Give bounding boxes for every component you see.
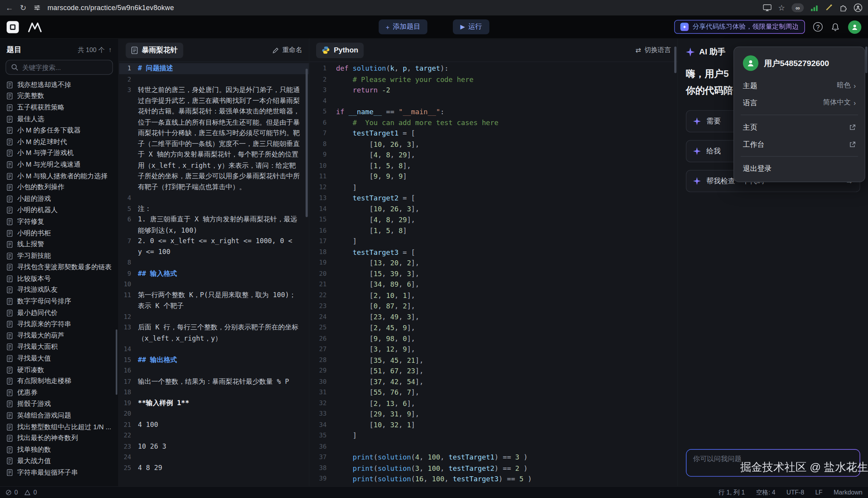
wand-extension-icon[interactable]: [825, 4, 833, 12]
code-line[interactable]: 12 ]: [310, 182, 678, 193]
code-line[interactable]: 7 testTarget1 = [: [310, 128, 678, 139]
sidebar-item[interactable]: 字符串最短循环子串: [0, 467, 118, 478]
browser-profile-icon[interactable]: [854, 3, 863, 12]
markdown-line[interactable]: 15## 输出格式: [119, 355, 309, 366]
marscode-logo[interactable]: [26, 21, 43, 33]
sidebar-item[interactable]: 我亦想逃却逃不掉: [0, 79, 118, 91]
rename-button[interactable]: 重命名: [272, 45, 302, 55]
code-line[interactable]: 4: [310, 96, 678, 106]
markdown-line[interactable]: 2310 26 3: [119, 441, 309, 452]
indent-setting[interactable]: 空格: 4: [756, 488, 775, 496]
code-line[interactable]: 39 print(solution(16, 100, testTarget3) …: [310, 474, 678, 484]
stats-extension-icon[interactable]: [811, 4, 818, 12]
sidebar-item[interactable]: 完美整数: [0, 91, 118, 102]
markdown-line[interactable]: 1# 问题描述: [119, 63, 309, 74]
eol-setting[interactable]: LF: [815, 489, 823, 496]
search-input[interactable]: [22, 63, 108, 71]
switch-language-button[interactable]: ⇄ 切换语言: [635, 45, 671, 55]
sidebar-item[interactable]: 字符修复: [0, 216, 118, 227]
menu-item-workspace[interactable]: 工作台: [738, 136, 860, 153]
extensions-puzzle-icon[interactable]: [839, 4, 847, 12]
sidebar-item[interactable]: 小 M 与光明之魂速通: [0, 159, 118, 170]
markdown-line[interactable]: 14: [119, 344, 309, 355]
run-button[interactable]: ▶ 运行: [453, 19, 489, 34]
code-line[interactable]: 16 [1, 5, 8]: [310, 225, 678, 236]
code-line[interactable]: 6 # You can add more test cases here: [310, 117, 678, 128]
code-line[interactable]: 31 [55, 76, 7],: [310, 387, 678, 398]
sidebar-item[interactable]: 线上报警: [0, 239, 118, 250]
code-line[interactable]: 20 [15, 39, 3],: [310, 268, 678, 279]
code-line[interactable]: 19 [13, 20, 2],: [310, 258, 678, 268]
markdown-line[interactable]: 11第一行两个整数 K，P(只是用来取整，取为 100)；表示 K 个靶子: [119, 290, 309, 312]
sidebar-item[interactable]: 学习新技能: [0, 250, 118, 261]
markdown-line[interactable]: 10: [119, 279, 309, 290]
sidebar-item[interactable]: 寻找最大值: [0, 353, 118, 364]
problems-indicator[interactable]: 0 0: [5, 489, 41, 496]
code-line[interactable]: 5if __name__ == "__main__":: [310, 106, 678, 117]
url-bar[interactable]: marscode.cn/practice/5w9n6k1ev8okwe: [47, 4, 174, 12]
search-box[interactable]: [5, 60, 113, 75]
menu-item-language[interactable]: 语言 简体中文›: [738, 94, 860, 111]
code-line[interactable]: 35 ]: [310, 430, 678, 441]
app-icon[interactable]: [7, 21, 19, 33]
code-line[interactable]: 18 testTarget3 = [: [310, 247, 678, 258]
infinity-badge-icon[interactable]: ∞: [792, 3, 804, 12]
sidebar-scrollbar[interactable]: [116, 329, 117, 395]
sidebar-item[interactable]: 小 M 的多任务下载器: [0, 125, 118, 136]
sidebar-item[interactable]: 寻找最大面积: [0, 341, 118, 353]
code-line[interactable]: 1def solution(k, p, target):: [310, 63, 678, 74]
back-icon[interactable]: ←: [5, 4, 13, 12]
sidebar-item[interactable]: 寻找游戏队友: [0, 284, 118, 296]
user-avatar[interactable]: [848, 20, 861, 33]
markdown-line[interactable]: 9## 输入格式: [119, 268, 309, 279]
site-settings-icon[interactable]: [33, 4, 41, 12]
markdown-line[interactable]: 17输出一个整数，结果为：暴雨梨花针最少数量 % P: [119, 376, 309, 387]
sidebar-item[interactable]: 硬币凑数: [0, 364, 118, 376]
code-line[interactable]: 22 [2, 10, 1],: [310, 290, 678, 301]
encoding-setting[interactable]: UTF-8: [786, 489, 804, 496]
problem-tab[interactable]: 暴雨梨花针: [126, 42, 183, 58]
code-line[interactable]: 13 testTarget2 = [: [310, 193, 678, 204]
sidebar-item[interactable]: 小明的机器人: [0, 205, 118, 216]
code-line[interactable]: 17 ]: [310, 236, 678, 247]
sidebar-item[interactable]: 有点限制地走楼梯: [0, 376, 118, 387]
code-line[interactable]: 32 [2, 13, 6],: [310, 398, 678, 409]
sidebar-item[interactable]: 找单独的数: [0, 444, 118, 455]
markdown-line[interactable]: 20: [119, 409, 309, 420]
code-line[interactable]: 26 [9, 98, 0],: [310, 333, 678, 344]
sidebar-item[interactable]: 优惠券: [0, 387, 118, 398]
markdown-line[interactable]: 8: [119, 258, 309, 268]
sidebar-item[interactable]: 小超的游戏: [0, 193, 118, 204]
sidebar-item[interactable]: 小 M 的足球时代: [0, 136, 118, 148]
code-line[interactable]: 10 [1, 5, 8],: [310, 160, 678, 171]
markdown-line[interactable]: 12: [119, 312, 309, 322]
markdown-line[interactable]: 24: [119, 452, 309, 463]
sidebar-item[interactable]: 英雄组合游戏问题: [0, 410, 118, 421]
markdown-line[interactable]: 13后面 K 行，每行三个整数，分别表示靶子所在的坐标（x_left，x_rig…: [119, 322, 309, 344]
code-line[interactable]: 29 [51, 67, 23],: [310, 366, 678, 376]
code-line[interactable]: 14 [10, 26, 3],: [310, 204, 678, 214]
markdown-line[interactable]: 3转世之前的唐三，身处唐门。因为是外门弟子，只能通过自学提升武艺，唐三在藏书阁找…: [119, 85, 309, 193]
sidebar-item[interactable]: 小 M 与弹子游戏机: [0, 148, 118, 159]
menu-item-home[interactable]: 主页: [738, 118, 860, 136]
markdown-line[interactable]: 5注：: [119, 204, 309, 214]
code-line[interactable]: 15 [4, 8, 29],: [310, 214, 678, 225]
code-line[interactable]: 8 [10, 26, 3],: [310, 139, 678, 150]
menu-item-theme[interactable]: 主题 暗色›: [738, 77, 860, 94]
sidebar-item[interactable]: 比较版本号: [0, 273, 118, 284]
refresh-icon[interactable]: ↻: [20, 4, 26, 12]
code-line[interactable]: 28 [35, 45, 21],: [310, 355, 678, 366]
notifications-bell-icon[interactable]: [831, 23, 840, 31]
editor-scrollbar[interactable]: [674, 47, 677, 73]
sidebar-item[interactable]: 五子棋获胜策略: [0, 102, 118, 113]
code-line[interactable]: 21 [34, 89, 6],: [310, 279, 678, 290]
markdown-line[interactable]: 61. 唐三朝垂直于 X 轴方向发射的暴雨梨花针，最远能够到达(x, 100): [119, 214, 309, 236]
help-icon[interactable]: ?: [813, 22, 823, 31]
code-line[interactable]: 37 print(solution(4, 100, testTarget1) =…: [310, 452, 678, 463]
sidebar-item[interactable]: 找出整型数组中占比超过 1/N ...: [0, 421, 118, 432]
code-line[interactable]: 33 [29, 31, 9],: [310, 409, 678, 420]
markdown-line[interactable]: 19**输入样例 1**: [119, 398, 309, 409]
promo-banner[interactable]: ✦ 分享代码练习体验，领限量定制周边: [674, 20, 805, 34]
sidebar-item[interactable]: 寻找原来的字符串: [0, 319, 118, 330]
sidebar-item[interactable]: 小明的书柜: [0, 227, 118, 239]
